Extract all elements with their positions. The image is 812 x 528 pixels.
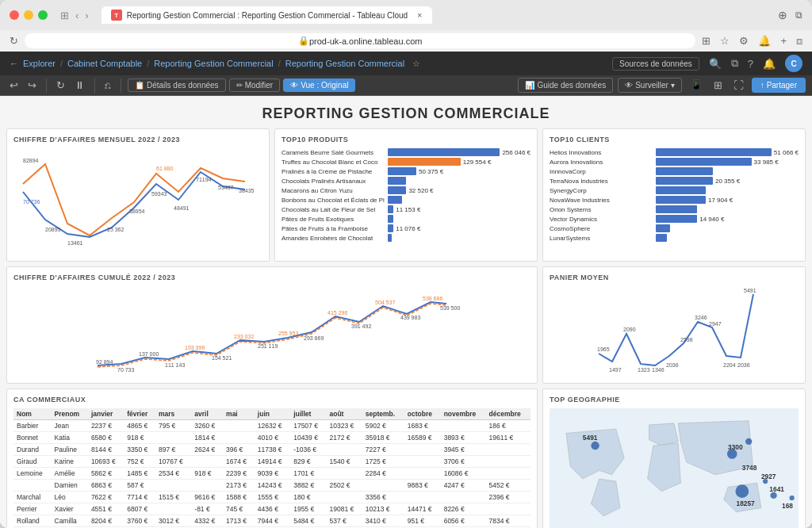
svg-text:1641: 1641 (769, 485, 784, 493)
bar (656, 234, 667, 242)
map-area: 3748 3300 18257 2927 1641 168 5491 © 202… (550, 408, 799, 528)
share-icon2: ↑ (760, 81, 764, 90)
list-item: InnnovaCorp (550, 167, 799, 175)
device-icon[interactable]: 📱 (687, 78, 706, 93)
svg-point-41 (745, 438, 752, 445)
bookmark-icon[interactable]: ☆ (720, 35, 730, 47)
table-row: RollandCamilla 8204 €3760 €3012 €4332 €1… (13, 515, 530, 527)
refresh-icon[interactable]: ↻ (53, 78, 68, 93)
revert-icon[interactable]: ⎌ (102, 78, 114, 93)
svg-text:193 396: 193 396 (185, 345, 205, 350)
back-nav-icon[interactable]: ← (10, 59, 18, 68)
table-row: DurandPauline 8144 €3350 €897 €2624 €396… (13, 444, 530, 456)
bar (656, 158, 752, 166)
col-fevrier: février (124, 408, 155, 420)
bar (388, 167, 416, 175)
pause-icon[interactable]: ⏸ (71, 78, 88, 93)
toolbar-right: 📊 Guide des données 👁 Surveiller ▾ 📱 ⊞ ⛶… (518, 78, 806, 93)
settings-icon[interactable]: ⚙ (739, 35, 749, 47)
user-avatar[interactable]: C (785, 55, 802, 72)
list-item: Orion Systems (550, 205, 799, 213)
bell-icon[interactable]: 🔔 (758, 35, 771, 47)
list-item: TerraNova Industries 20 355 € (550, 177, 799, 185)
split-icon[interactable]: ⧈ (796, 35, 802, 48)
redo-icon[interactable]: ↪ (25, 78, 40, 93)
svg-text:504 537: 504 537 (375, 300, 395, 305)
active-tab[interactable]: T Reporting Gestion Commercial : Reporti… (102, 6, 432, 24)
layout-icon[interactable]: ⊞ (710, 78, 726, 93)
nav-right-actions: Sources de données 🔍 ⧉ ? 🔔 C (612, 55, 802, 72)
svg-text:1346: 1346 (652, 367, 665, 373)
col-juin: juin (255, 408, 290, 420)
svg-text:59343: 59343 (151, 191, 167, 197)
modifier-button[interactable]: ✏ Modifier (229, 78, 281, 92)
bookmark-star-icon[interactable]: ☆ (412, 59, 420, 69)
svg-text:53467: 53467 (218, 185, 234, 190)
list-item: Helios Innovations 51 066 € (550, 148, 799, 156)
details-button[interactable]: 📋 Détails des données (128, 78, 226, 92)
minimize-button[interactable] (24, 10, 33, 20)
tableau-content: REPORTING GESTION COMMERCIALE CHIFFRE D'… (0, 96, 812, 528)
url-text: prod-uk-a.online.tableau.com (309, 36, 422, 46)
svg-text:2036: 2036 (666, 362, 679, 368)
svg-text:18257: 18257 (736, 499, 755, 507)
new-tab-icon[interactable]: ⊕ (778, 9, 787, 21)
svg-text:2598: 2598 (680, 337, 693, 342)
share-icon[interactable]: ⧉ (795, 10, 802, 21)
maximize-button[interactable] (38, 10, 48, 20)
bar (656, 196, 706, 204)
address-bar[interactable]: 🔒 prod-uk-a.online.tableau.com (25, 33, 695, 48)
table-row: Damien 6863 €587 €2173 €14243 €3882 €250… (13, 480, 530, 492)
ca-cumule-chart: 92 894 70 733 137 000 111 143 193 396 15… (13, 286, 530, 373)
grid-icon[interactable]: ⊞ (702, 35, 710, 47)
notification-icon[interactable]: 🔔 (763, 58, 776, 70)
svg-text:168: 168 (782, 502, 793, 510)
col-decembre: décembre (486, 408, 530, 420)
help-icon[interactable]: ? (748, 58, 753, 70)
table-row: PerrierXavier 4551 €6807 €-81 €745 €4436… (13, 503, 530, 515)
bar (388, 234, 392, 242)
forward-icon[interactable]: › (85, 10, 88, 21)
sources-button[interactable]: Sources de données (612, 57, 699, 71)
col-mai: mai (223, 408, 255, 420)
svg-text:1497: 1497 (609, 367, 622, 373)
tab-close-icon[interactable]: × (417, 10, 422, 20)
svg-text:3300: 3300 (728, 443, 743, 451)
breadcrumb-home[interactable]: Explorer (23, 59, 56, 68)
reload-icon[interactable]: ↻ (10, 35, 18, 47)
panier-moyen-title: PANIER MOYEN (550, 274, 799, 281)
back-icon[interactable]: ‹ (75, 10, 79, 21)
top10-produits-title: TOP10 PRODUITS (282, 136, 530, 143)
bar (388, 196, 402, 204)
close-button[interactable] (10, 10, 19, 20)
vue-button[interactable]: 👁 Vue : Original (283, 78, 355, 92)
svg-text:20895: 20895 (45, 227, 61, 232)
world-map-svg: 3748 3300 18257 2927 1641 168 5491 (550, 408, 799, 528)
ca-commerciaux-card: CA COMMERCIAUX Nom Prenom janvier févrie… (6, 388, 538, 528)
svg-text:439 983: 439 983 (400, 315, 420, 320)
sidebar-toggle-icon[interactable]: ⊞ (60, 10, 69, 21)
guide-button[interactable]: 📊 Guide des données (518, 78, 613, 93)
top10-clients-title: TOP10 CLIENTS (550, 136, 799, 143)
list-item: Amandes Enrobées de Chocolat (282, 234, 530, 242)
ca-commerciaux-title: CA COMMERCIAUX (13, 396, 530, 404)
surveiller-button[interactable]: 👁 Surveiller ▾ (618, 78, 682, 93)
partager-button[interactable]: ↑ Partager (752, 78, 806, 93)
svg-text:255 953: 255 953 (278, 331, 298, 336)
search-icon[interactable]: 🔍 (709, 58, 722, 70)
window-controls (10, 10, 48, 20)
list-item: LunarSystems (550, 234, 799, 242)
list-item: Bonbons au Chocolat et Éclats de Pi (282, 196, 530, 204)
svg-text:1965: 1965 (597, 346, 610, 352)
svg-text:293 869: 293 869 (304, 335, 324, 341)
add-tab-icon[interactable]: + (780, 35, 787, 47)
share-nav-icon[interactable]: ⧉ (731, 57, 738, 70)
list-item: SynergyCorp (550, 186, 799, 194)
fullscreen-icon[interactable]: ⛶ (730, 78, 747, 93)
svg-text:70 733: 70 733 (117, 367, 135, 373)
undo-icon[interactable]: ↩ (6, 78, 21, 93)
bar (388, 158, 461, 166)
breadcrumb-level2[interactable]: Reporting Gestion Commercial (154, 59, 273, 68)
list-item: Vector Dynamics 14 940 € (550, 215, 799, 223)
breadcrumb-level1[interactable]: Cabinet Comptable (67, 59, 142, 68)
